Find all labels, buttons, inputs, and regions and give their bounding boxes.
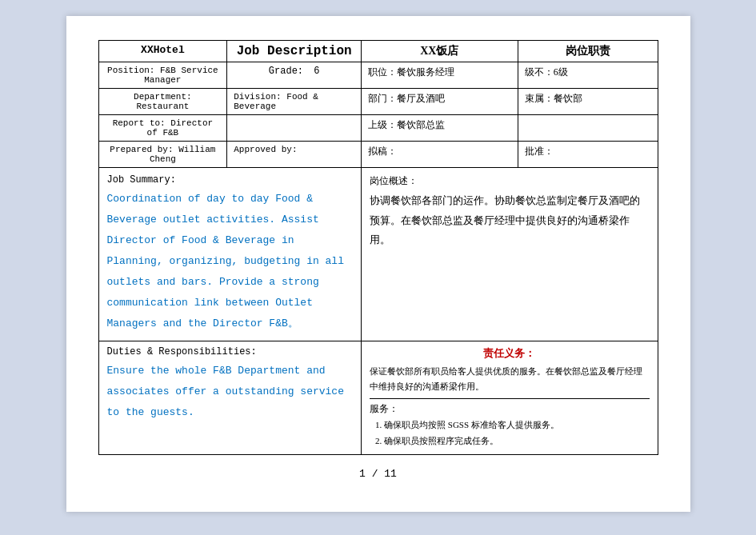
report-en: Report to: Director of F&B	[113, 118, 213, 138]
prepared-en: Prepared by: William Cheng	[110, 145, 215, 164]
page-container: XXHotel Job Description XX饭店 岗位职责 Positi…	[66, 16, 690, 512]
job-desc-cell: Job Description	[227, 41, 362, 62]
grade-cell: Grade: 6	[227, 62, 362, 89]
cn-title-cell: 岗位职责	[518, 41, 658, 62]
grade-cn-cell: 级不：6级	[518, 62, 658, 89]
header-row: XXHotel Job Description XX饭店 岗位职责	[98, 41, 658, 62]
summary-header-en: Job Summary:	[107, 174, 354, 186]
duties-list-cn: 确保职员均按照 SGSS 标准给客人提供服务。 确保职员按照程序完成任务。	[384, 417, 649, 449]
report-row: Report to: Director of F&B 上级：餐饮部总监	[98, 115, 658, 142]
position-en-cell: Position: F&B Service Manager	[98, 62, 227, 89]
approved-cn-label-cell: 拟稿：	[362, 142, 518, 168]
approved-label-cn: 拟稿：	[368, 146, 397, 157]
position-cn-cell: 职位：餐饮服务经理	[362, 62, 518, 89]
report-blank-cn-cell	[518, 115, 658, 142]
grade-cn: 级不：6级	[525, 66, 568, 78]
duties-header-cn: 责任义务：	[370, 346, 649, 361]
report-cn-cell: 上级：餐饮部总监	[362, 115, 518, 142]
cn-hotel-cell: XX饭店	[362, 41, 518, 62]
duties-subheader-cn: 服务：	[370, 398, 649, 416]
division-en: Division: Food & Beverage	[234, 92, 318, 111]
position-row: Position: F&B Service Manager Grade: 6 职…	[98, 62, 658, 89]
duty-item-1: 确保职员均按照 SGSS 标准给客人提供服务。	[384, 417, 649, 433]
duties-header-en: Duties & Responsibilities:	[107, 346, 354, 357]
position-en: Position: F&B Service Manager	[107, 66, 218, 85]
approved-cn-cell: 批准：	[518, 142, 658, 168]
page-number: 1 / 11	[359, 468, 397, 480]
duties-en-cell: Duties & Responsibilities: Ensure the wh…	[98, 341, 362, 455]
division-en-cell: Division: Food & Beverage	[227, 89, 362, 115]
hotel-name: XXHotel	[141, 44, 185, 56]
division-cn: 束属：餐饮部	[525, 93, 582, 104]
prepared-row: Prepared by: William Cheng Approved by: …	[98, 142, 658, 168]
approved-label-en: Approved by:	[234, 145, 297, 154]
prepared-en-cell: Prepared by: William Cheng	[98, 142, 227, 168]
approved-cn: 批准：	[525, 146, 554, 157]
summary-content-cn: 协调餐饮部各部门的运作。协助餐饮总监制定餐厅及酒吧的预算。在餐饮部总监及餐厅经理…	[370, 191, 649, 250]
job-description-title: Job Description	[237, 44, 352, 58]
dept-en: Department: Restaurant	[134, 92, 192, 111]
dept-cn-cell: 部门：餐厅及酒吧	[362, 89, 518, 115]
grade-label: Grade:	[269, 66, 303, 77]
report-en-cell: Report to: Director of F&B	[98, 115, 227, 142]
grade-value: 6	[314, 66, 319, 77]
summary-en-cell: Job Summary: Coordination of day to day …	[98, 168, 362, 341]
duties-intro-cn: 保证餐饮部所有职员给客人提供优质的服务。在餐饮部总监及餐厅经理中维持良好的沟通桥…	[370, 364, 649, 393]
dept-en-cell: Department: Restaurant	[98, 89, 227, 115]
position-cn: 职位：餐饮服务经理	[368, 66, 454, 78]
summary-header-cn: 岗位概述：	[370, 174, 649, 188]
approved-en-cell: Approved by:	[227, 142, 362, 168]
report-blank-cell	[227, 115, 362, 142]
division-cn-cell: 束属：餐饮部	[518, 89, 658, 115]
cn-hotel-name: XX饭店	[420, 45, 458, 57]
summary-row: Job Summary: Coordination of day to day …	[98, 168, 658, 341]
duty-item-2: 确保职员按照程序完成任务。	[384, 433, 649, 449]
main-table: XXHotel Job Description XX饭店 岗位职责 Positi…	[98, 40, 658, 455]
report-cn: 上级：餐饮部总监	[368, 119, 445, 130]
summary-cn-cell: 岗位概述： 协调餐饮部各部门的运作。协助餐饮总监制定餐厅及酒吧的预算。在餐饮部总…	[362, 168, 658, 341]
duties-content-en: Ensure the whole F&B Department and asso…	[107, 361, 354, 423]
dept-cn: 部门：餐厅及酒吧	[368, 93, 445, 104]
duties-row: Duties & Responsibilities: Ensure the wh…	[98, 341, 658, 455]
summary-content-en: Coordination of day to day Food & Bevera…	[107, 189, 354, 334]
hotel-name-cell: XXHotel	[98, 41, 227, 62]
department-row: Department: Restaurant Division: Food & …	[98, 89, 658, 115]
page-footer: 1 / 11	[98, 468, 658, 480]
duties-cn-cell: 责任义务： 保证餐饮部所有职员给客人提供优质的服务。在餐饮部总监及餐厅经理中维持…	[362, 341, 658, 455]
cn-job-title: 岗位职责	[566, 45, 610, 57]
